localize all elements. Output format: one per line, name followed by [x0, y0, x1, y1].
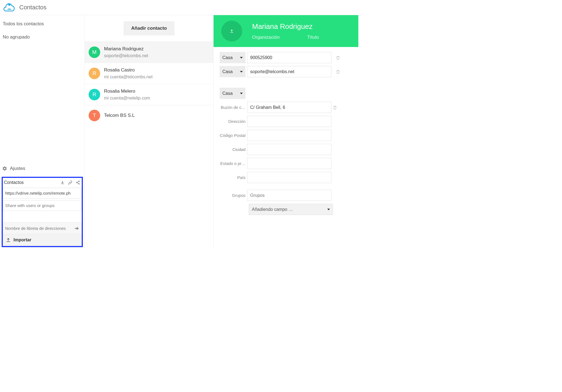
zip-input[interactable]: [247, 130, 331, 141]
gear-icon: [2, 166, 7, 171]
upload-icon: [229, 28, 234, 34]
contact-name: Rosalia Castro: [104, 67, 152, 73]
state-input[interactable]: [247, 158, 331, 169]
link-icon[interactable]: [68, 180, 72, 185]
contact-subtext: soporte@telcombs.net: [104, 53, 148, 58]
add-field-select[interactable]: Añadiendo campo …: [249, 204, 333, 215]
contact-name: Mariana Rodriguez: [104, 46, 148, 52]
contact-list-item[interactable]: RRosalia Castromi cuenta@telcombs.net: [85, 63, 213, 84]
svg-point-2: [76, 182, 77, 183]
contact-name: Telcom BS S.L: [104, 113, 135, 118]
avatar: R: [89, 68, 100, 79]
avatar: R: [89, 89, 100, 100]
share-users-input[interactable]: [3, 200, 82, 211]
caret-down-icon: [240, 71, 243, 73]
city-label: Ciudad: [220, 147, 247, 152]
contact-name-field[interactable]: Mariana Rodriguez: [252, 22, 319, 31]
avatar: M: [89, 46, 100, 58]
caret-down-icon: [240, 93, 243, 94]
app-title: Contactos: [19, 4, 47, 11]
email-type-select[interactable]: Casa: [220, 66, 245, 77]
contact-detail-column: Mariana Rodriguez Organización Título Ca…: [214, 15, 358, 249]
contact-list-item[interactable]: RRosalia Meleromi cuenta@netelip.com: [85, 84, 213, 105]
title-field[interactable]: Título: [307, 35, 319, 40]
settings-button[interactable]: Ajustes: [0, 163, 84, 174]
upload-icon: [6, 238, 11, 242]
email-input[interactable]: [247, 66, 331, 77]
upload-avatar-button[interactable]: [221, 21, 242, 42]
country-input[interactable]: [247, 172, 331, 183]
avatar: T: [89, 110, 100, 121]
svg-point-1: [78, 181, 80, 182]
import-button[interactable]: Importar: [3, 234, 82, 246]
contact-subtext: mi cuenta@netelip.com: [104, 96, 150, 101]
sidebar-item-ungrouped[interactable]: No agrupado: [0, 31, 84, 44]
contact-subtext: mi cuenta@telcombs.net: [104, 74, 152, 79]
svg-point-3: [78, 183, 80, 184]
phone-type-select[interactable]: Casa: [220, 52, 245, 63]
svg-point-0: [8, 4, 10, 6]
address-type-select[interactable]: Casa: [220, 88, 245, 99]
import-label: Importar: [13, 238, 31, 242]
phone-input[interactable]: [247, 52, 331, 63]
city-input[interactable]: [247, 144, 331, 155]
contact-list-column: Añadir contacto MMariana Rodriguezsoport…: [85, 15, 214, 249]
contact-list-item[interactable]: TTelcom BS S.L: [85, 105, 213, 126]
address-input[interactable]: [247, 116, 331, 127]
caret-down-icon: [327, 209, 330, 210]
country-label: País: [220, 175, 247, 180]
add-contact-button[interactable]: Añadir contacto: [124, 21, 174, 35]
download-icon[interactable]: [60, 180, 65, 185]
delete-address-icon[interactable]: [333, 105, 337, 110]
caret-down-icon: [240, 57, 243, 59]
address-label: Dirección: [220, 119, 247, 124]
groups-label: Grupos: [220, 193, 247, 198]
app-logo-icon: [3, 2, 15, 12]
detail-header: Mariana Rodriguez Organización Título: [214, 15, 358, 47]
contact-list-item[interactable]: MMariana Rodriguezsoporte@telcombs.net: [85, 42, 213, 63]
pobox-label: Buzón de c…: [220, 105, 247, 110]
new-addressbook-input[interactable]: [3, 223, 74, 234]
delete-phone-icon[interactable]: [336, 56, 340, 60]
sidebar: Todos los contactos No agrupado Ajustes …: [0, 15, 85, 249]
sidebar-item-all-contacts[interactable]: Todos los contactos: [0, 15, 84, 31]
settings-panel: Contactos Importar: [2, 177, 83, 247]
groups-input[interactable]: [247, 190, 331, 201]
app-header: Contactos: [0, 0, 358, 15]
share-icon[interactable]: [76, 180, 80, 185]
contact-name: Rosalia Melero: [104, 89, 150, 94]
delete-email-icon[interactable]: [336, 70, 340, 74]
addressbook-title: Contactos: [4, 180, 24, 185]
settings-label: Ajustes: [10, 166, 25, 171]
arrow-right-icon[interactable]: [74, 225, 80, 231]
caldav-url-input[interactable]: [3, 188, 82, 198]
organization-field[interactable]: Organización: [252, 35, 280, 40]
state-label: Estado o pr…: [220, 161, 247, 166]
pobox-input[interactable]: [247, 102, 331, 113]
zip-label: Código Postal: [220, 133, 247, 138]
